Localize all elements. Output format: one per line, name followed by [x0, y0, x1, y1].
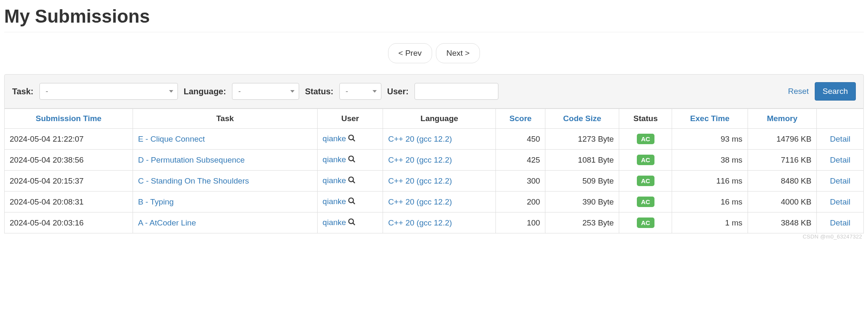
col-score[interactable]: Score [509, 114, 532, 123]
status-select-value: - [346, 87, 368, 96]
svg-line-9 [353, 223, 355, 225]
cell-score: 450 [496, 129, 545, 150]
filter-bar: Task: - Language: - Status: - User: Rese… [4, 74, 864, 109]
search-icon[interactable] [348, 176, 355, 186]
cell-memory: 8480 KB [748, 171, 817, 192]
cell-score: 425 [496, 150, 545, 171]
col-language: Language [420, 114, 458, 123]
cell-code-size: 253 Byte [545, 212, 619, 233]
svg-point-8 [349, 219, 353, 223]
cell-memory: 7116 KB [748, 150, 817, 171]
status-badge: AC [637, 155, 654, 165]
search-icon[interactable] [348, 197, 355, 207]
table-row: 2024-05-04 21:22:07E - Clique Connectqia… [5, 129, 864, 150]
cell-time: 2024-05-04 20:08:31 [5, 192, 133, 212]
cell-memory: 14796 KB [748, 129, 817, 150]
task-link[interactable]: A - AtCoder Line [138, 218, 196, 227]
user-link[interactable]: qianke [323, 134, 346, 143]
task-select-value: - [46, 87, 165, 96]
user-link[interactable]: qianke [323, 197, 346, 206]
task-link[interactable]: D - Permutation Subsequence [138, 155, 245, 164]
cell-exec-time: 116 ms [672, 171, 748, 192]
status-badge: AC [637, 176, 654, 186]
detail-link[interactable]: Detail [830, 197, 850, 206]
col-memory[interactable]: Memory [767, 114, 798, 123]
user-input[interactable] [414, 83, 498, 100]
status-select[interactable]: - [339, 83, 381, 100]
cell-code-size: 509 Byte [545, 171, 619, 192]
search-button[interactable]: Search [815, 82, 856, 101]
pager: < Prev Next > [4, 43, 864, 63]
table-row: 2024-05-04 20:15:37C - Standing On The S… [5, 171, 864, 192]
chevron-down-icon [373, 90, 377, 93]
task-link[interactable]: C - Standing On The Shoulders [138, 176, 249, 185]
status-label: Status: [305, 87, 334, 96]
cell-score: 300 [496, 171, 545, 192]
table-row: 2024-05-04 20:38:56D - Permutation Subse… [5, 150, 864, 171]
cell-time: 2024-05-04 20:03:16 [5, 212, 133, 233]
user-link[interactable]: qianke [323, 155, 346, 164]
col-detail [817, 109, 864, 129]
table-row: 2024-05-04 20:03:16A - AtCoder Lineqiank… [5, 212, 864, 233]
col-exec-time[interactable]: Exec Time [690, 114, 730, 123]
next-button[interactable]: Next > [436, 43, 480, 63]
language-link[interactable]: C++ 20 (gcc 12.2) [388, 155, 452, 164]
status-badge: AC [637, 197, 654, 207]
search-icon[interactable] [348, 155, 355, 165]
search-icon[interactable] [348, 134, 355, 144]
detail-link[interactable]: Detail [830, 155, 850, 164]
detail-link[interactable]: Detail [830, 135, 850, 143]
cell-exec-time: 38 ms [672, 150, 748, 171]
col-code-size[interactable]: Code Size [563, 114, 601, 123]
col-submission-time[interactable]: Submission Time [36, 114, 102, 123]
user-link[interactable]: qianke [323, 176, 346, 185]
language-select[interactable]: - [232, 83, 299, 100]
prev-button[interactable]: < Prev [388, 43, 432, 63]
cell-score: 200 [496, 192, 545, 212]
chevron-down-icon [290, 90, 295, 93]
language-link[interactable]: C++ 20 (gcc 12.2) [388, 176, 452, 185]
page-title: My Submissions [4, 6, 864, 32]
table-header-row: Submission Time Task User Language Score… [5, 109, 864, 129]
svg-line-7 [353, 202, 355, 205]
col-task: Task [216, 114, 234, 123]
cell-exec-time: 16 ms [672, 192, 748, 212]
task-label: Task: [12, 87, 34, 96]
svg-line-3 [353, 161, 355, 163]
task-select[interactable]: - [39, 83, 178, 100]
detail-link[interactable]: Detail [830, 176, 850, 185]
language-link[interactable]: C++ 20 (gcc 12.2) [388, 197, 452, 206]
cell-code-size: 1081 Byte [545, 150, 619, 171]
status-badge: AC [637, 218, 654, 228]
cell-memory: 3848 KB [748, 212, 817, 233]
cell-code-size: 390 Byte [545, 192, 619, 212]
submissions-table: Submission Time Task User Language Score… [4, 109, 864, 233]
svg-line-5 [353, 181, 355, 184]
cell-time: 2024-05-04 20:15:37 [5, 171, 133, 192]
task-link[interactable]: E - Clique Connect [138, 135, 205, 143]
detail-link[interactable]: Detail [830, 218, 850, 227]
svg-point-0 [349, 135, 353, 140]
col-status: Status [633, 114, 658, 123]
svg-point-6 [349, 198, 353, 202]
user-label: User: [387, 87, 409, 96]
cell-exec-time: 1 ms [672, 212, 748, 233]
cell-time: 2024-05-04 20:38:56 [5, 150, 133, 171]
status-badge: AC [637, 134, 654, 144]
chevron-down-icon [169, 90, 173, 93]
cell-memory: 4000 KB [748, 192, 817, 212]
language-link[interactable]: C++ 20 (gcc 12.2) [388, 135, 452, 143]
svg-line-1 [353, 140, 355, 142]
language-select-value: - [238, 87, 286, 96]
cell-exec-time: 93 ms [672, 129, 748, 150]
task-link[interactable]: B - Typing [138, 197, 174, 206]
svg-point-2 [349, 156, 353, 161]
cell-score: 100 [496, 212, 545, 233]
cell-time: 2024-05-04 21:22:07 [5, 129, 133, 150]
cell-code-size: 1273 Byte [545, 129, 619, 150]
search-icon[interactable] [348, 218, 355, 228]
table-row: 2024-05-04 20:08:31B - TypingqiankeC++ 2… [5, 192, 864, 212]
user-link[interactable]: qianke [323, 218, 346, 227]
language-link[interactable]: C++ 20 (gcc 12.2) [388, 218, 452, 227]
reset-link[interactable]: Reset [788, 87, 809, 96]
